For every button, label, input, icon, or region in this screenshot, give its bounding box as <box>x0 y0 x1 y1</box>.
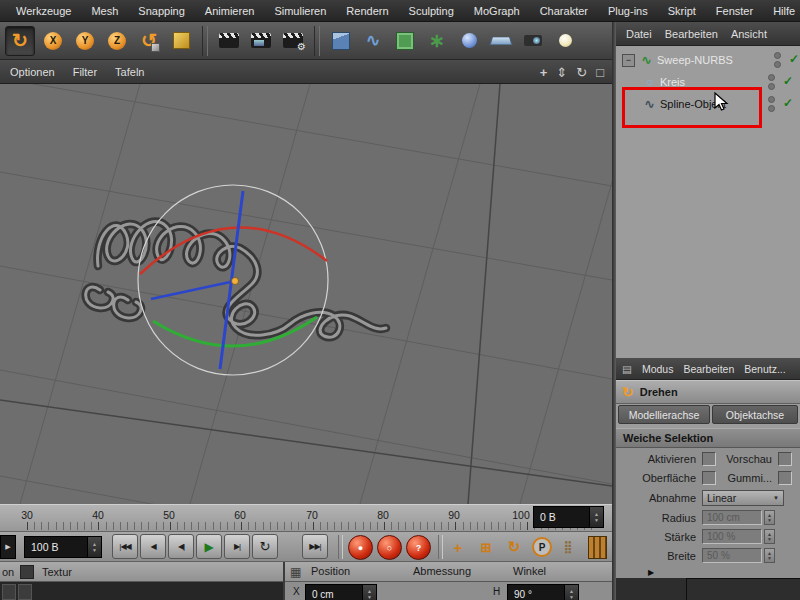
coordinates-grid-icon[interactable]: ▦ <box>290 565 301 579</box>
tab-modellierachse[interactable]: Modellierachse <box>618 405 710 424</box>
pan-view-icon[interactable]: + <box>540 65 548 80</box>
menu-hilfe[interactable]: Hilfe <box>773 5 795 17</box>
falloff-curve-area[interactable]: ▶ <box>616 568 800 600</box>
dolly-view-icon[interactable]: ⇕ <box>556 65 567 80</box>
subdivision-surface-button[interactable] <box>391 27 419 55</box>
object-row-sweep-nurbs[interactable]: − ∿ Sweep-NURBS ✓ <box>622 50 800 70</box>
enable-check-icon[interactable]: ✓ <box>783 96 793 110</box>
position-x-stepper[interactable]: ▲▼ <box>362 585 376 600</box>
timeline-ruler[interactable]: 30 40 50 60 70 80 90 100 <box>0 504 612 532</box>
menu-simulieren[interactable]: Simulieren <box>274 5 326 17</box>
coordinate-system-button[interactable]: ↺ <box>135 27 163 55</box>
position-x-field[interactable]: 0 cm ▲▼ <box>305 584 377 600</box>
menu-charakter[interactable]: Charakter <box>540 5 588 17</box>
menu-mograph[interactable]: MoGraph <box>474 5 520 17</box>
render-picture-viewer-button[interactable] <box>247 27 275 55</box>
camera-button[interactable] <box>519 27 547 55</box>
enable-check-icon[interactable]: ✓ <box>783 74 793 88</box>
menu-snapping[interactable]: Snapping <box>138 5 185 17</box>
object-label[interactable]: Sweep-NURBS <box>657 54 733 66</box>
om-menu-datei[interactable]: Datei <box>626 28 652 40</box>
menu-werkzeuge[interactable]: Werkzeuge <box>16 5 71 17</box>
menu-sculpting[interactable]: Sculpting <box>409 5 454 17</box>
lock-z-button[interactable]: Z <box>103 27 131 55</box>
record-position-toggle[interactable]: + <box>446 535 470 559</box>
am-menu-benutzer[interactable]: Benutz... <box>744 363 785 375</box>
lock-y-button[interactable]: Y <box>71 27 99 55</box>
max-frame-stepper[interactable]: ▲▼ <box>87 537 101 557</box>
section-weiche-selektion[interactable]: Weiche Selektion <box>616 428 800 448</box>
menu-animieren[interactable]: Animieren <box>205 5 255 17</box>
expander-icon[interactable]: − <box>622 54 635 67</box>
menu-mesh[interactable]: Mesh <box>91 5 118 17</box>
abnahme-dropdown[interactable]: Linear ▼ <box>702 490 784 506</box>
curve-canvas[interactable] <box>616 578 800 600</box>
frame-stepper[interactable]: ▲▼ <box>589 507 603 527</box>
previous-frame-button[interactable]: ◀| <box>168 534 194 559</box>
play-button[interactable]: ▶ <box>196 534 222 559</box>
loop-button[interactable]: ↻ <box>252 534 278 559</box>
aktivieren-checkbox[interactable] <box>702 452 716 466</box>
axis-button[interactable] <box>167 27 195 55</box>
oberflaeche-checkbox[interactable] <box>702 471 716 485</box>
previous-key-button[interactable]: ◀ <box>140 534 166 559</box>
goto-start-button[interactable]: |◀◀ <box>112 534 138 559</box>
array-button[interactable]: ∗ <box>423 27 451 55</box>
keyframe-selection-button[interactable]: ? <box>406 535 431 560</box>
position-x-value: 0 cm <box>306 589 362 600</box>
next-frame-button[interactable]: ▶| <box>224 534 250 559</box>
lock-x-button[interactable]: X <box>39 27 67 55</box>
om-menu-bearbeiten[interactable]: Bearbeiten <box>665 28 718 40</box>
visibility-dots[interactable] <box>768 96 775 112</box>
ruler-tick-label: 70 <box>306 509 318 521</box>
viewport-3d[interactable] <box>0 84 612 504</box>
menu-fenster[interactable]: Fenster <box>716 5 753 17</box>
curve-marker-icon[interactable]: ▶ <box>648 568 654 577</box>
render-view-button[interactable] <box>215 27 243 55</box>
object-manager[interactable]: − ∿ Sweep-NURBS ✓ ○ Kreis ✓ ∿ Spline-Obj… <box>616 46 800 358</box>
material-thumb[interactable] <box>2 584 16 600</box>
record-rotation-toggle[interactable]: ↻ <box>502 535 526 559</box>
viewport-menu-tafeln[interactable]: Tafeln <box>115 66 144 78</box>
record-scale-toggle[interactable]: ⊞ <box>474 535 498 559</box>
menu-rendern[interactable]: Rendern <box>346 5 388 17</box>
record-parameter-toggle[interactable]: P <box>530 535 554 559</box>
maximize-view-icon[interactable]: □ <box>596 65 604 80</box>
am-menu-modus[interactable]: Modus <box>642 363 674 375</box>
visibility-dots[interactable] <box>774 52 781 68</box>
max-frame-field[interactable]: 100 B ▲▼ <box>24 536 102 558</box>
render-settings-button[interactable]: ⚙ <box>279 27 307 55</box>
menu-skript[interactable]: Skript <box>668 5 696 17</box>
viewport-menu-filter[interactable]: Filter <box>73 66 97 78</box>
am-menu-bearbeiten[interactable]: Bearbeiten <box>683 363 734 375</box>
menu-plugins[interactable]: Plug-ins <box>608 5 648 17</box>
material-mode-icon[interactable] <box>20 565 34 579</box>
powerslider-columns-icon[interactable] <box>588 536 607 559</box>
rotate-view-icon[interactable]: ↻ <box>576 65 587 80</box>
spline-pen-button[interactable]: ∿ <box>359 27 387 55</box>
palette-handle[interactable]: ▶ <box>0 535 16 559</box>
gummi-checkbox[interactable] <box>778 471 792 485</box>
winkel-h-field[interactable]: 90 ° ▲▼ <box>507 584 579 600</box>
record-pla-toggle[interactable]: ⣿ <box>556 535 580 559</box>
metaball-button[interactable] <box>455 27 483 55</box>
viewport-menu-optionen[interactable]: Optionen <box>10 66 55 78</box>
primitive-cube-button[interactable] <box>327 27 355 55</box>
om-menu-ansicht[interactable]: Ansicht <box>731 28 767 40</box>
rotate-tool-button[interactable]: ↻ <box>5 26 35 56</box>
autokey-button[interactable]: ○ <box>377 535 402 560</box>
ruler-tick-label: 60 <box>234 509 246 521</box>
material-list-area[interactable] <box>0 582 283 600</box>
record-keyframe-button[interactable]: ● <box>348 535 373 560</box>
tab-objektachse[interactable]: Objektachse <box>712 405 798 424</box>
current-frame-field[interactable]: 0 B ▲▼ <box>533 506 604 528</box>
goto-end-button[interactable]: ▶▶| <box>302 534 328 559</box>
visibility-dots[interactable] <box>768 74 775 90</box>
winkel-h-stepper[interactable]: ▲▼ <box>564 585 578 600</box>
enable-check-icon[interactable]: ✓ <box>789 52 799 66</box>
floor-plane-button[interactable] <box>487 27 515 55</box>
light-button[interactable] <box>551 27 579 55</box>
vorschau-checkbox[interactable] <box>778 452 792 466</box>
viewport-canvas[interactable] <box>0 84 612 504</box>
material-thumb[interactable] <box>18 584 32 600</box>
